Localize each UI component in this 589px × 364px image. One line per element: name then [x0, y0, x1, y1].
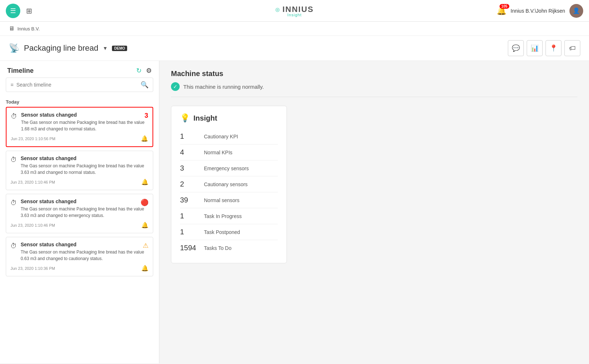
card-title: Sensor status changed: [21, 198, 149, 204]
card-title: Sensor status changed: [21, 155, 149, 161]
timeline-card[interactable]: ⏱ Sensor status changed The Gas sensor o…: [6, 107, 153, 147]
insight-row: 1 Task In Progress: [180, 208, 278, 224]
notification-badge: 105: [500, 4, 509, 9]
timeline-icons: ↻ ⚙: [136, 67, 152, 75]
insight-label: Cautionary KPI: [204, 134, 238, 139]
logo: ◎ INNIUS Insight: [275, 5, 314, 17]
timeline-card[interactable]: ⏱ Sensor status changed The Gas sensor o…: [6, 237, 153, 276]
machine-status-title: Machine status: [171, 70, 577, 78]
location-button[interactable]: 📍: [546, 40, 561, 56]
breadcrumb-company: Innius B.V.: [17, 26, 40, 32]
insight-title: Insight: [193, 114, 217, 122]
status-text: This machine is running normally.: [183, 84, 264, 90]
sensor-icon: ⏱: [11, 113, 17, 120]
insight-row: 1 Cautionary KPI: [180, 129, 278, 145]
card-desc: The Gas sensor on machine Packaging line…: [21, 119, 148, 132]
insight-num: 1594: [180, 244, 198, 252]
card-time: Jun 23, 2020 1:10:36 PM: [11, 266, 55, 271]
timeline-card[interactable]: ⏱ Sensor status changed The Gas sensor o…: [6, 194, 153, 233]
insight-num: 4: [180, 148, 198, 156]
page-title: Packaging line bread: [24, 43, 98, 53]
avatar-initials: 👤: [573, 7, 580, 14]
right-panel: Machine status ✓ This machine is running…: [159, 61, 589, 363]
bell-icon[interactable]: 🔔: [141, 179, 149, 185]
card-desc: The Gas sensor on machine Packaging line…: [21, 163, 149, 176]
timeline-title: Timeline: [7, 67, 34, 75]
company-icon: 🖥: [9, 25, 14, 32]
avatar[interactable]: 👤: [569, 4, 583, 18]
card-desc: The Gas sensor on machine Packaging line…: [21, 249, 149, 262]
insight-num: 1: [180, 132, 198, 141]
insight-num: 2: [180, 180, 198, 188]
nav-right: 🔔 105 Innius B.V.\John Rijksen 👤: [497, 4, 583, 18]
user-name: Innius B.V.\John Rijksen: [511, 8, 565, 14]
timeline-day-label: Today: [6, 99, 153, 105]
timeline-card[interactable]: ⏱ Sensor status changed The Gas sensor o…: [6, 151, 153, 190]
insight-label: Task In Progress: [204, 213, 242, 219]
card-time: Jun 23, 2020 1:10:56 PM: [11, 137, 55, 141]
insight-row: 2 Cautionary sensors: [180, 176, 278, 192]
insight-num: 3: [180, 164, 198, 172]
card-title: Sensor status changed: [21, 112, 148, 118]
machine-icon: 📡: [9, 43, 20, 53]
settings-icon[interactable]: ⚙: [146, 67, 152, 75]
main-content: Timeline ↻ ⚙ ≡ 🔍 Today ⏱ Sensor status c…: [0, 61, 589, 363]
logo-icon: ◎: [275, 7, 280, 12]
insight-row: 1 Task Postponed: [180, 224, 278, 240]
insight-row: 1594 Tasks To Do: [180, 240, 278, 256]
insight-label: Emergency sensors: [204, 166, 249, 171]
page-header-actions: 💬 📊 📍 🏷: [508, 40, 580, 56]
insight-card: 💡 Insight 1 Cautionary KPI 4 Normal KPIs…: [171, 106, 287, 263]
grid-icon[interactable]: ⊞: [26, 7, 32, 15]
insight-label: Normal KPIs: [204, 150, 233, 155]
search-icon[interactable]: 🔍: [141, 81, 149, 89]
machine-status-section: Machine status ✓ This machine is running…: [171, 70, 577, 97]
bell-icon[interactable]: 🔔: [141, 265, 149, 272]
status-row: ✓ This machine is running normally.: [171, 82, 577, 91]
hamburger-icon: ☰: [10, 7, 16, 15]
breadcrumb: 🖥 Innius B.V.: [0, 22, 589, 36]
dropdown-arrow-icon[interactable]: ▼: [103, 45, 108, 51]
insight-num: 1: [180, 212, 198, 220]
card-desc: The Gas sensor on machine Packaging line…: [21, 206, 149, 219]
top-nav: ☰ ⊞ ◎ INNIUS Insight 🔔 105 Innius B.V.\J…: [0, 0, 589, 22]
sensor-icon: ⏱: [11, 156, 17, 164]
insight-label: Tasks To Do: [204, 245, 231, 251]
card-time: Jun 23, 2020 1:10:46 PM: [11, 223, 55, 227]
insight-label: Cautionary sensors: [204, 181, 248, 187]
insight-row: 3 Emergency sensors: [180, 160, 278, 176]
hamburger-button[interactable]: ☰: [6, 4, 20, 18]
insight-row: 39 Normal sensors: [180, 192, 278, 208]
logo-subtitle: Insight: [287, 13, 301, 17]
bell-icon[interactable]: 🔔: [141, 222, 149, 229]
badge-number: 3: [145, 112, 148, 120]
insight-num: 39: [180, 196, 198, 204]
timeline-panel: Timeline ↻ ⚙ ≡ 🔍 Today ⏱ Sensor status c…: [0, 61, 159, 363]
status-divider: [171, 97, 577, 97]
insight-header: 💡 Insight: [180, 113, 278, 123]
card-title: Sensor status changed: [21, 242, 149, 247]
filter-icon: ≡: [11, 82, 13, 88]
insight-row: 4 Normal KPIs: [180, 145, 278, 160]
notification-bell[interactable]: 🔔 105: [497, 6, 506, 16]
card-time: Jun 23, 2020 1:10:46 PM: [11, 180, 55, 184]
page-header: 📡 Packaging line bread ▼ DEMO 💬 📊 📍 🏷: [0, 36, 589, 61]
bell-icon[interactable]: 🔔: [141, 135, 148, 142]
timeline-list: Today ⏱ Sensor status changed The Gas se…: [0, 96, 159, 363]
chat-button[interactable]: 💬: [508, 40, 524, 56]
search-input[interactable]: [16, 82, 138, 88]
badge-emergency: 🔴: [141, 198, 149, 206]
tag-button[interactable]: 🏷: [564, 40, 580, 56]
chart-button[interactable]: 📊: [527, 40, 543, 56]
refresh-icon[interactable]: ↻: [136, 67, 142, 75]
insight-label: Task Postponed: [204, 229, 240, 235]
insight-num: 1: [180, 228, 198, 236]
insight-label: Normal sensors: [204, 197, 239, 203]
insight-icon: 💡: [180, 113, 190, 123]
badge-warning: ⚠: [143, 242, 149, 250]
sensor-icon: ⏱: [11, 199, 17, 207]
sensor-icon: ⏱: [11, 242, 17, 250]
page-header-left: 📡 Packaging line bread ▼ DEMO: [9, 43, 127, 53]
timeline-header: Timeline ↻ ⚙: [0, 61, 159, 78]
demo-badge: DEMO: [112, 46, 127, 51]
